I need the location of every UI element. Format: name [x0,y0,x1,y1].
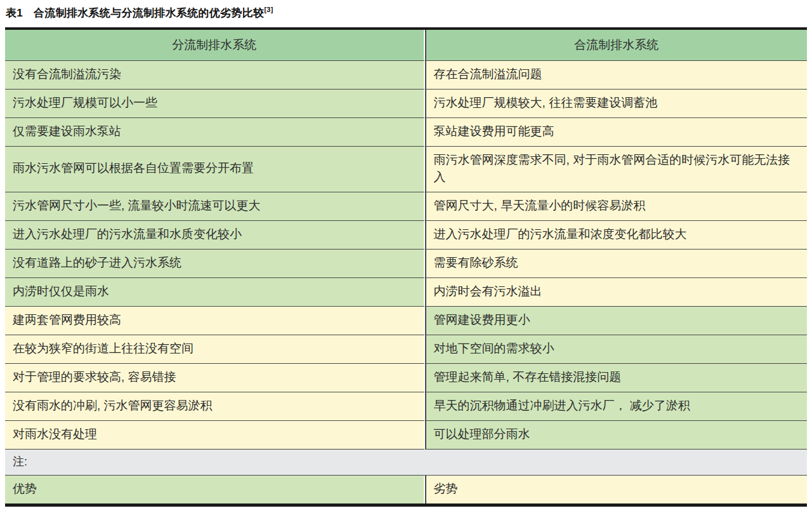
table-row: 对雨水没有处理 可以处理部分雨水 [5,421,807,450]
table-caption: 表1合流制排水系统与分流制排水系统的优劣势比较[3] [6,6,807,20]
header-row: 分流制排水系统 合流制排水系统 [5,30,807,61]
table-cell-left: 对于管理的要求较高, 容易错接 [5,364,425,392]
verdict-cell-disadvantage: 劣势 [425,476,807,503]
table-cell-right: 存在合流制溢流问题 [425,61,807,90]
table-cell-right: 雨污水管网深度需求不同, 对于雨水管网合适的时候污水可能无法接入 [425,147,807,192]
table-cell-left: 内涝时仅仅是雨水 [5,278,425,307]
verdict-cell-advantage: 优势 [5,476,425,503]
table-number: 表1 [6,7,23,19]
table-cell-left: 污水管网尺寸小一些, 流量较小时流速可以更大 [5,192,425,221]
column-header-separate-system: 分流制排水系统 [5,30,425,61]
document-page: 表1合流制排水系统与分流制排水系统的优劣势比较[3] 分流制排水系统 合流制排水… [0,0,812,507]
table-cell-right: 管网建设费用更小 [425,307,807,335]
table-cell-right: 需要有除砂系统 [425,250,807,278]
table-cell-left: 进入污水处理厂的污水流量和水质变化较小 [5,221,425,250]
table-cell-right: 管网尺寸大, 旱天流量小的时候容易淤积 [425,192,807,221]
table-row: 内涝时仅仅是雨水 内涝时会有污水溢出 [5,278,807,307]
table-cell-right: 泵站建设费用可能更高 [425,118,807,147]
table-cell-left: 没有合流制溢流污染 [5,61,425,90]
comparison-table: 分流制排水系统 合流制排水系统 没有合流制溢流污染 存在合流制溢流问题 污水处理… [5,27,807,507]
citation-superscript: [3] [264,6,273,13]
table-row: 没有合流制溢流污染 存在合流制溢流问题 [5,61,807,90]
table-cell-left: 雨水污水管网可以根据各自位置需要分开布置 [5,147,425,192]
table-cell-right: 内涝时会有污水溢出 [425,278,807,307]
table-cell-right: 旱天的沉积物通过冲刷进入污水厂， 减少了淤积 [425,392,807,421]
table-row: 污水处理厂规模可以小一些 污水处理厂规模较大, 往往需要建设调蓄池 [5,90,807,118]
table-cell-right: 进入污水处理厂的污水流量和浓度变化都比较大 [425,221,807,250]
note-label: 注: [5,450,807,476]
table-title-text: 合流制排水系统与分流制排水系统的优劣势比较 [34,7,264,19]
table-row: 进入污水处理厂的污水流量和水质变化较小 进入污水处理厂的污水流量和浓度变化都比较… [5,221,807,250]
table-row: 建两套管网费用较高 管网建设费用更小 [5,307,807,335]
table-cell-left: 对雨水没有处理 [5,421,425,450]
table-cell-right: 可以处理部分雨水 [425,421,807,450]
column-header-combined-system: 合流制排水系统 [425,30,807,61]
table-cell-left: 没有雨水的冲刷, 污水管网更容易淤积 [5,392,425,421]
table-cell-right: 污水处理厂规模较大, 往往需要建设调蓄池 [425,90,807,118]
table-row: 污水管网尺寸小一些, 流量较小时流速可以更大 管网尺寸大, 旱天流量小的时候容易… [5,192,807,221]
table-cell-right: 管理起来简单, 不存在错接混接问题 [425,364,807,392]
table-row: 没有雨水的冲刷, 污水管网更容易淤积 旱天的沉积物通过冲刷进入污水厂， 减少了淤… [5,392,807,421]
table-cell-right: 对地下空间的需求较小 [425,335,807,364]
table-cell-left: 污水处理厂规模可以小一些 [5,90,425,118]
table-cell-left: 在较为狭窄的街道上往往没有空间 [5,335,425,364]
table-row: 在较为狭窄的街道上往往没有空间 对地下空间的需求较小 [5,335,807,364]
table-cell-left: 没有道路上的砂子进入污水系统 [5,250,425,278]
table-cell-left: 建两套管网费用较高 [5,307,425,335]
table-row: 雨水污水管网可以根据各自位置需要分开布置 雨污水管网深度需求不同, 对于雨水管网… [5,147,807,192]
table-row: 仅需要建设雨水泵站 泵站建设费用可能更高 [5,118,807,147]
note-row: 注: [5,450,807,476]
table-row: 没有道路上的砂子进入污水系统 需要有除砂系统 [5,250,807,278]
footer-row: 优势 劣势 [5,476,807,503]
table-cell-left: 仅需要建设雨水泵站 [5,118,425,147]
table-row: 对于管理的要求较高, 容易错接 管理起来简单, 不存在错接混接问题 [5,364,807,392]
